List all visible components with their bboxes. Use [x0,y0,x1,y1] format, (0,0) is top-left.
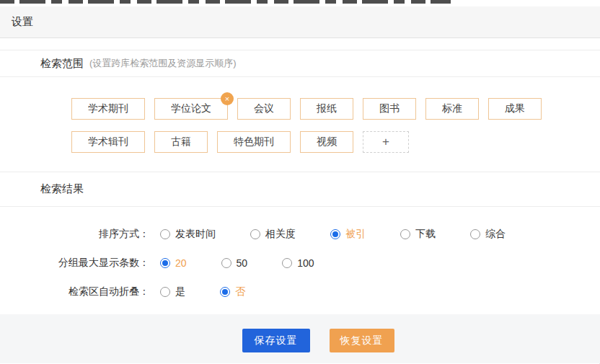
group-max-count-label: 分组最大显示条数： [0,257,149,270]
scope-tag-standard[interactable]: 标准 [425,98,479,120]
radio-icon [250,229,260,239]
scope-tag-achievement[interactable]: 成果 [488,98,542,120]
restore-settings-button[interactable]: 恢复设置 [330,329,394,352]
settings-dialog: 设置 检索范围 (设置跨库检索范围及资源显示顺序) 学术期刊 学位论文 × 会议… [0,0,600,364]
results-settings-form: 排序方式： 发表时间 相关度 被引 下载 [0,207,600,314]
scope-tag-academic-series[interactable]: 学术辑刊 [71,131,145,153]
sort-mode-options: 发表时间 相关度 被引 下载 综合 [160,228,506,241]
clipped-background-text [0,0,600,6]
results-section-title: 检索结果 [40,182,84,196]
scope-section-note: (设置跨库检索范围及资源显示顺序) [89,57,237,70]
radio-sort-relevance[interactable]: 相关度 [250,228,296,241]
auto-collapse-row: 检索区自动折叠： 是 否 [0,286,600,298]
scope-tag-dissertation[interactable]: 学位论文 × [154,98,228,120]
scope-tag-list: 学术期刊 学位论文 × 会议 报纸 图书 标准 成果 学术辑刊 古籍 特色期刊 … [71,98,578,153]
page-title: 设置 [12,15,33,29]
scope-tag-featured-journal[interactable]: 特色期刊 [217,131,291,153]
scope-tag-video[interactable]: 视频 [300,131,353,153]
radio-collapse-yes[interactable]: 是 [160,285,185,298]
radio-collapse-no[interactable]: 否 [220,285,245,298]
radio-sort-cited[interactable]: 被引 [330,228,366,241]
scope-tag-label: 学位论文 [171,102,211,115]
radio-sort-download[interactable]: 下载 [400,228,436,241]
radio-icon [330,229,340,239]
radio-sort-comprehensive[interactable]: 综合 [470,228,506,241]
sort-mode-label: 排序方式： [0,228,149,241]
radio-icon [282,258,292,268]
auto-collapse-options: 是 否 [160,285,245,298]
sort-mode-row: 排序方式： 发表时间 相关度 被引 下载 [0,228,600,240]
radio-count-100[interactable]: 100 [282,257,314,269]
auto-collapse-label: 检索区自动折叠： [0,285,149,298]
divider [0,38,600,50]
radio-sort-publish-time[interactable]: 发表时间 [160,228,216,241]
scope-tag-newspaper[interactable]: 报纸 [300,98,353,120]
scope-section-title: 检索范围 [40,57,84,71]
radio-count-50[interactable]: 50 [221,257,248,269]
scope-tag-ancient-books[interactable]: 古籍 [154,131,208,153]
radio-icon [221,258,231,268]
scope-tag-academic-journal[interactable]: 学术期刊 [71,98,145,120]
dialog-footer: 保存设置 恢复设置 [0,314,600,363]
page-header: 设置 [0,6,600,38]
scope-tag-conference[interactable]: 会议 [237,98,291,120]
scope-tags-area: 学术期刊 学位论文 × 会议 报纸 图书 标准 成果 学术辑刊 古籍 特色期刊 … [0,77,600,172]
footer-buttons: 保存设置 恢复设置 [242,329,394,363]
radio-icon [160,258,170,268]
radio-icon [160,229,170,239]
save-settings-button[interactable]: 保存设置 [242,329,310,352]
radio-icon [470,229,480,239]
radio-count-20[interactable]: 20 [160,257,187,269]
results-section-header: 检索结果 [0,172,600,207]
remove-tag-icon[interactable]: × [221,92,234,105]
radio-icon [400,229,410,239]
radio-icon [160,287,170,297]
group-max-count-row: 分组最大显示条数： 20 50 100 [0,257,600,269]
radio-icon [220,287,230,297]
add-scope-button[interactable]: + [363,131,409,153]
scope-tag-book[interactable]: 图书 [363,98,416,120]
group-max-count-options: 20 50 100 [160,257,314,269]
scope-section-header: 检索范围 (设置跨库检索范围及资源显示顺序) [0,50,600,77]
